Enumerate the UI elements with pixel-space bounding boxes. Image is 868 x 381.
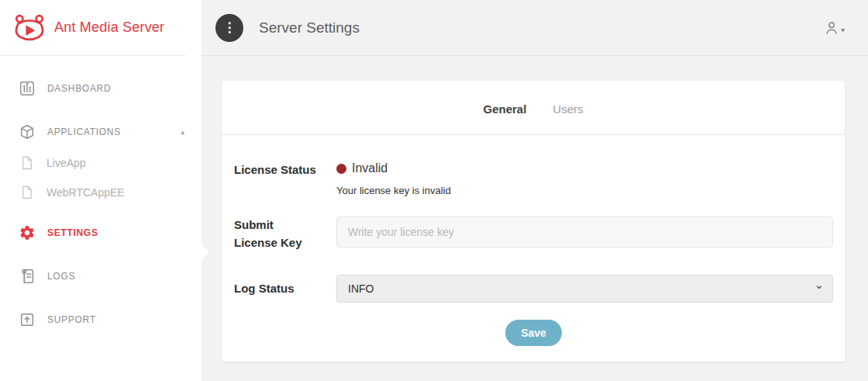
license-key-row: Submit License Key — [234, 216, 833, 251]
sidebar-item-logs[interactable]: LOGS — [0, 261, 202, 292]
sidebar-item-dashboard[interactable]: DASHBOARD — [0, 73, 202, 104]
log-status-select[interactable]: INFO — [336, 275, 833, 303]
header: ⋮ Server Settings ▾ — [202, 0, 868, 56]
brand-name: Ant Media Server — [54, 19, 164, 36]
tab-general[interactable]: General — [483, 102, 526, 116]
log-status-row: Log Status INFO ⌄ — [234, 275, 833, 303]
license-key-label: Submit License Key — [234, 216, 304, 251]
log-status-select-wrap: INFO ⌄ — [336, 275, 833, 303]
save-button-wrap: Save — [234, 320, 833, 346]
gear-icon — [19, 224, 36, 241]
log-status-label: Log Status — [234, 280, 336, 298]
sidebar-item-liveapp[interactable]: LiveApp — [0, 149, 202, 177]
sidebar-item-label: WebRTCAppEE — [46, 186, 125, 199]
kebab-menu-icon: ⋮ — [223, 19, 236, 36]
page-title: Server Settings — [259, 19, 360, 36]
license-key-field-wrap — [336, 216, 833, 248]
save-button[interactable]: Save — [505, 320, 562, 346]
app-window: Ant Media Server DASHBOARD — [0, 0, 868, 381]
logs-icon — [19, 268, 36, 285]
sidebar-nav: DASHBOARD APPLICATIONS ▴ — [0, 56, 202, 335]
license-status-value-group: Invalid Your license key is invalid — [336, 161, 833, 196]
dashboard-icon — [19, 80, 36, 97]
file-icon — [20, 185, 34, 199]
content-area: General Users License Status Invalid You… — [202, 56, 868, 381]
license-status-row: License Status Invalid Your license key … — [234, 161, 833, 196]
sidebar-item-applications[interactable]: APPLICATIONS ▴ — [0, 116, 202, 147]
settings-card: General Users License Status Invalid You… — [222, 81, 845, 362]
sidebar-item-settings[interactable]: SETTINGS — [0, 217, 202, 248]
sidebar: Ant Media Server DASHBOARD — [0, 0, 202, 381]
tab-users[interactable]: Users — [553, 102, 583, 116]
sidebar-item-label: SETTINGS — [47, 227, 98, 238]
license-key-input[interactable] — [336, 216, 833, 248]
sidebar-item-webrtcappee[interactable]: WebRTCAppEE — [0, 178, 202, 206]
file-icon — [20, 156, 34, 170]
sidebar-item-label: APPLICATIONS — [47, 126, 121, 137]
sidebar-item-label: LOGS — [47, 271, 75, 282]
sidebar-item-label: LiveApp — [46, 157, 86, 169]
tab-bar: General Users — [222, 81, 845, 135]
brand-logo[interactable]: Ant Media Server — [0, 0, 202, 55]
menu-toggle-button[interactable]: ⋮ — [215, 14, 243, 42]
ant-media-logo-icon — [12, 13, 46, 43]
chevron-down-icon: ▾ — [841, 26, 845, 36]
support-icon — [19, 311, 36, 328]
license-status-detail: Your license key is invalid — [336, 185, 833, 196]
user-menu-button[interactable]: ▾ — [823, 19, 845, 36]
main-area: ⋮ Server Settings ▾ General Users — [202, 0, 868, 381]
user-icon — [823, 19, 840, 36]
applications-icon — [19, 123, 36, 140]
license-status-label: License Status — [234, 161, 336, 179]
sidebar-item-label: DASHBOARD — [47, 83, 111, 94]
sidebar-item-support[interactable]: SUPPORT — [0, 304, 202, 335]
license-status-value: Invalid — [352, 161, 388, 175]
status-dot-icon — [336, 164, 346, 174]
sidebar-item-label: SUPPORT — [47, 314, 96, 325]
chevron-up-icon[interactable]: ▴ — [181, 128, 184, 136]
